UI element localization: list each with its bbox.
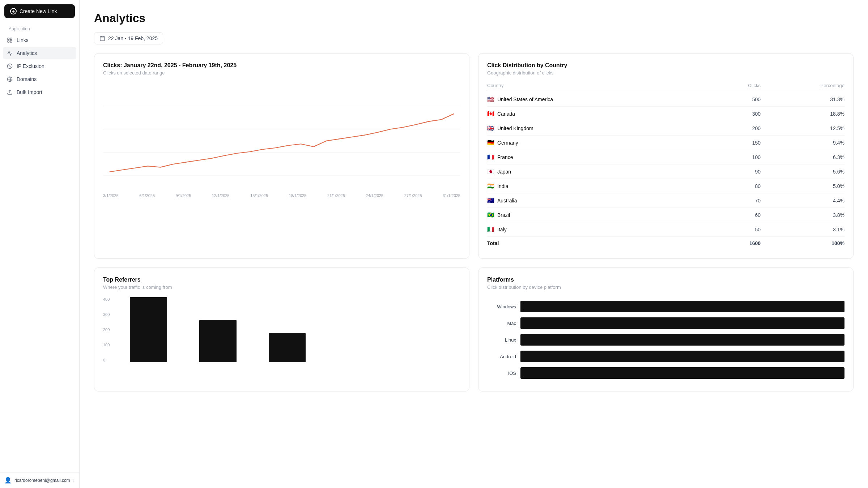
section-label-area: Application: [0, 25, 79, 34]
platform-bar-linux: [520, 334, 844, 346]
platform-label-mac: Mac: [487, 321, 516, 326]
bar-3: [269, 333, 306, 362]
country-cell: 🇫🇷 France: [487, 150, 717, 164]
bar-group-1: [118, 297, 180, 362]
country-distribution-card: Click Distribution by Country Geographic…: [478, 53, 854, 259]
plus-circle-icon: +: [10, 8, 17, 14]
country-table: Country Clicks Percentage 🇺🇸 United Stat…: [487, 83, 844, 250]
country-name: Germany: [497, 140, 518, 146]
ip-exclusion-icon: [7, 63, 13, 69]
line-chart-svg: [103, 83, 460, 191]
country-cell: 🇦🇺 Australia: [487, 193, 717, 208]
platform-row-mac: Mac: [487, 317, 844, 329]
clicks-chart-subtitle: Clicks on selected date range: [103, 70, 460, 76]
country-name: Australia: [497, 198, 517, 204]
country-table-title: Click Distribution by Country: [487, 62, 844, 69]
country-cell: 🇮🇳 India: [487, 179, 717, 193]
bar-chart-inner: [114, 297, 460, 362]
x-label-3: 9/1/2025: [176, 193, 191, 198]
sidebar-item-links[interactable]: Links: [3, 34, 76, 46]
domains-icon: [7, 76, 13, 82]
bulk-import-label: Bulk Import: [17, 89, 42, 95]
total-percentage: 100%: [761, 237, 844, 250]
section-label: Application: [4, 26, 34, 34]
x-label-1: 3/1/2025: [103, 193, 119, 198]
bar-group-2: [187, 297, 249, 362]
flag-icon: 🇦🇺: [487, 197, 494, 204]
create-button-label: Create New Link: [20, 8, 57, 14]
col-header-country: Country: [487, 83, 717, 92]
total-clicks: 1600: [717, 237, 761, 250]
country-cell: 🇧🇷 Brazil: [487, 208, 717, 222]
country-name: France: [497, 154, 513, 160]
country-cell: 🇬🇧 United Kingdom: [487, 121, 717, 136]
page-title: Analytics: [94, 12, 854, 25]
flag-icon: 🇧🇷: [487, 211, 494, 218]
platform-label-linux: Linux: [487, 337, 516, 343]
clicks-cell: 500: [717, 92, 761, 107]
create-new-link-button[interactable]: + Create New Link: [4, 4, 75, 18]
referrers-title: Top Referrers: [103, 277, 460, 283]
top-cards-row: Clicks: January 22nd, 2025 - February 19…: [94, 53, 854, 259]
percentage-cell: 12.5%: [761, 121, 844, 136]
country-cell: 🇮🇹 Italy: [487, 222, 717, 237]
percentage-cell: 9.4%: [761, 136, 844, 150]
flag-icon: 🇩🇪: [487, 139, 494, 146]
x-label-2: 6/1/2025: [139, 193, 155, 198]
percentage-cell: 18.8%: [761, 107, 844, 121]
country-name: United States of America: [497, 97, 553, 102]
clicks-cell: 100: [717, 150, 761, 164]
platform-label-windows: Windows: [487, 304, 516, 309]
country-table-subtitle: Geographic distribution of clicks: [487, 70, 844, 76]
y-label-100: 100: [103, 343, 110, 347]
svg-rect-9: [100, 37, 105, 41]
calendar-icon: [99, 35, 105, 41]
y-axis-labels: 0 100 200 300 400: [103, 297, 110, 362]
platforms-title: Platforms: [487, 277, 844, 283]
platform-row-windows: Windows: [487, 301, 844, 312]
svg-rect-3: [10, 40, 12, 42]
percentage-cell: 3.8%: [761, 208, 844, 222]
sidebar-item-analytics[interactable]: Analytics: [3, 47, 76, 59]
country-name: Japan: [497, 169, 511, 175]
date-range-picker[interactable]: 22 Jan - 19 Feb, 2025: [94, 32, 163, 44]
country-name: Brazil: [497, 212, 510, 218]
table-row: 🇺🇸 United States of America 500 31.3%: [487, 92, 844, 107]
total-label: Total: [487, 237, 717, 250]
col-header-percentage: Percentage: [761, 83, 844, 92]
percentage-cell: 3.1%: [761, 222, 844, 237]
bottom-cards-row: Top Referrers Where your traffic is comi…: [94, 267, 854, 391]
svg-rect-0: [8, 38, 9, 40]
svg-rect-2: [8, 40, 9, 42]
clicks-cell: 60: [717, 208, 761, 222]
flag-icon: 🇮🇳: [487, 183, 494, 189]
table-row: 🇮🇹 Italy 50 3.1%: [487, 222, 844, 237]
sidebar-item-ip-exclusion[interactable]: IP Exclusion: [3, 60, 76, 72]
x-label-7: 21/1/2025: [327, 193, 345, 198]
sidebar-item-domains[interactable]: Domains: [3, 73, 76, 85]
bar-group-3: [256, 297, 318, 362]
y-label-400: 400: [103, 297, 110, 301]
percentage-cell: 5.0%: [761, 179, 844, 193]
table-row: 🇮🇳 India 80 5.0%: [487, 179, 844, 193]
percentage-cell: 5.6%: [761, 164, 844, 179]
sidebar-item-bulk-import[interactable]: Bulk Import: [3, 86, 76, 98]
platform-bar-mac: [520, 317, 844, 329]
country-cell: 🇨🇦 Canada: [487, 107, 717, 121]
col-header-clicks: Clicks: [717, 83, 761, 92]
platforms-card: Platforms Click distribution by device p…: [478, 267, 854, 391]
clicks-cell: 300: [717, 107, 761, 121]
table-row: 🇦🇺 Australia 70 4.4%: [487, 193, 844, 208]
clicks-chart-title: Clicks: January 22nd, 2025 - February 19…: [103, 62, 460, 69]
platform-bar-android: [520, 351, 844, 362]
table-row: 🇨🇦 Canada 300 18.8%: [487, 107, 844, 121]
chevron-right-icon: ›: [73, 478, 75, 483]
x-label-4: 12/1/2025: [212, 193, 230, 198]
analytics-icon: [7, 50, 13, 56]
flag-icon: 🇮🇹: [487, 226, 494, 233]
flag-icon: 🇨🇦: [487, 110, 494, 117]
platform-row-ios: iOS: [487, 367, 844, 379]
x-label-6: 18/1/2025: [289, 193, 307, 198]
referrers-chart: 0 100 200 300 400: [103, 297, 460, 362]
clicks-cell: 70: [717, 193, 761, 208]
